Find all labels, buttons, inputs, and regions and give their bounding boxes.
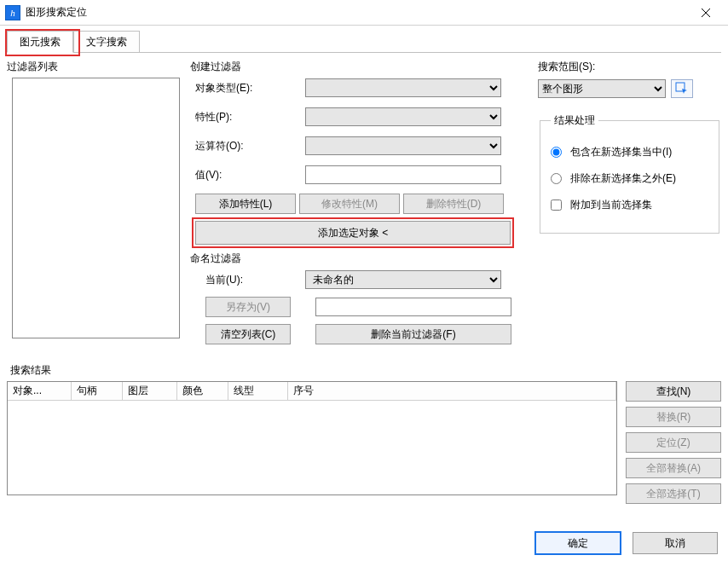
col-linetype[interactable]: 线型: [228, 382, 287, 401]
results-table[interactable]: 对象... 句柄 图层 颜色 线型 序号: [7, 381, 617, 495]
tab-primitive-search[interactable]: 图元搜索: [7, 31, 73, 53]
clear-list-button[interactable]: 清空列表(C): [205, 324, 291, 344]
current-filter-label: 当前(U):: [190, 273, 305, 287]
radio-include-label: 包含在新选择集当中(I): [570, 145, 672, 159]
col-color[interactable]: 颜色: [176, 382, 228, 401]
app-icon: h: [5, 5, 20, 20]
property-select[interactable]: [305, 107, 501, 126]
checkbox-append-label: 附加到当前选择集: [570, 198, 652, 212]
operator-label: 运算符(O):: [190, 139, 305, 153]
locate-button[interactable]: 定位(Z): [626, 432, 721, 453]
col-layer[interactable]: 图层: [122, 382, 176, 401]
save-as-button[interactable]: 另存为(V): [205, 297, 291, 317]
result-processing-legend: 结果处理: [551, 113, 598, 128]
search-scope-select[interactable]: 整个图形: [538, 79, 666, 98]
add-selected-objects-button[interactable]: 添加选定对象 <: [195, 221, 511, 245]
radio-exclude-label: 排除在新选择集之外(E): [570, 171, 676, 186]
tab-text-search[interactable]: 文字搜索: [73, 31, 140, 53]
create-filter-label: 创建过滤器: [190, 60, 531, 74]
search-results-label: 搜索结果: [10, 363, 728, 378]
object-type-select[interactable]: [305, 78, 501, 97]
find-button[interactable]: 查找(N): [626, 381, 721, 402]
titlebar: h 图形搜索定位: [0, 0, 728, 26]
filter-list-label: 过滤器列表: [7, 60, 183, 74]
result-processing-group: 结果处理 包含在新选择集当中(I) 排除在新选择集之外(E) 附加到当前选择集: [540, 113, 719, 234]
replace-all-button[interactable]: 全部替换(A): [626, 458, 721, 478]
col-handle[interactable]: 句柄: [71, 382, 122, 401]
tabrow: 图元搜索 文字搜索: [7, 31, 721, 53]
value-input[interactable]: [305, 165, 501, 184]
close-button[interactable]: [689, 1, 723, 25]
close-icon: [701, 8, 711, 18]
delete-property-button[interactable]: 删除特性(D): [403, 194, 504, 214]
pick-in-drawing-button[interactable]: [671, 79, 693, 98]
window-title: 图形搜索定位: [26, 5, 689, 20]
filter-listbox[interactable]: [12, 78, 180, 338]
add-property-button[interactable]: 添加特性(L): [195, 194, 296, 214]
operator-select[interactable]: [305, 136, 501, 155]
current-filter-select[interactable]: 未命名的: [305, 270, 501, 289]
radio-exclude-input[interactable]: [551, 173, 562, 184]
select-all-button[interactable]: 全部选择(T): [626, 483, 721, 504]
cancel-button[interactable]: 取消: [633, 532, 718, 554]
filter-name-input[interactable]: [315, 298, 511, 316]
replace-button[interactable]: 替换(R): [626, 407, 721, 427]
col-index[interactable]: 序号: [287, 382, 616, 401]
value-label: 值(V):: [190, 168, 305, 182]
ok-button[interactable]: 确定: [535, 532, 621, 554]
col-object[interactable]: 对象...: [8, 382, 71, 401]
search-scope-label: 搜索范围(S):: [538, 60, 721, 74]
delete-current-filter-button[interactable]: 删除当前过滤器(F): [315, 324, 511, 344]
radio-include[interactable]: 包含在新选择集当中(I): [551, 145, 710, 159]
edit-property-button[interactable]: 修改特性(M): [299, 194, 400, 214]
property-label: 特性(P):: [190, 110, 305, 124]
named-filter-label: 命名过滤器: [190, 252, 531, 266]
radio-exclude[interactable]: 排除在新选择集之外(E): [551, 171, 710, 186]
checkbox-append[interactable]: 附加到当前选择集: [551, 198, 710, 212]
radio-include-input[interactable]: [551, 147, 562, 158]
pick-selection-icon: [675, 82, 689, 95]
checkbox-append-input[interactable]: [551, 200, 562, 211]
object-type-label: 对象类型(E):: [190, 81, 305, 95]
